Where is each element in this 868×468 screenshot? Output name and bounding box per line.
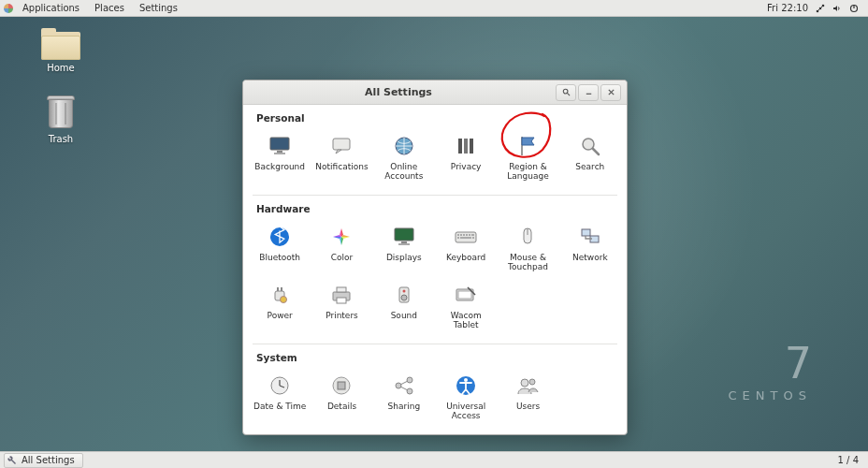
menu-settings[interactable]: Settings: [132, 3, 185, 13]
svg-line-69: [400, 381, 408, 385]
svg-point-72: [464, 378, 468, 382]
printer-icon: [328, 282, 354, 308]
taskbar-entry-settings[interactable]: All Settings: [4, 453, 83, 468]
svg-rect-35: [460, 234, 462, 236]
settings-item-network[interactable]: Network: [559, 218, 621, 276]
settings-item-wacom[interactable]: Wacom Tablet: [435, 276, 497, 334]
svg-rect-36: [463, 234, 465, 236]
share-icon: [391, 373, 417, 399]
settings-item-power[interactable]: Power: [249, 276, 311, 334]
volume-tray-icon[interactable]: [832, 4, 842, 13]
svg-point-5: [563, 89, 568, 94]
svg-rect-12: [274, 153, 285, 154]
distro-logo-icon: [4, 4, 13, 13]
settings-item-displays[interactable]: Displays: [373, 218, 435, 276]
section-system: System: [243, 344, 627, 365]
window-title: All Settings: [243, 86, 554, 98]
svg-rect-15: [458, 139, 462, 154]
svg-rect-45: [527, 230, 528, 234]
svg-rect-13: [333, 139, 350, 150]
workspace-indicator[interactable]: 1 / 4: [832, 455, 864, 465]
svg-point-74: [529, 379, 535, 385]
svg-rect-37: [466, 234, 468, 236]
svg-rect-42: [472, 237, 474, 239]
globe-icon: [391, 133, 417, 159]
network-tray-icon[interactable]: [816, 4, 825, 13]
svg-rect-31: [401, 241, 407, 243]
svg-point-67: [407, 377, 412, 383]
clock-icon: [267, 373, 293, 399]
color-icon: [328, 224, 354, 250]
users-icon: [514, 373, 541, 399]
svg-rect-54: [337, 298, 346, 303]
settings-item-sharing[interactable]: Sharing: [373, 367, 435, 425]
settings-item-online-accounts[interactable]: Online Accounts: [373, 127, 435, 185]
settings-item-notifications[interactable]: Notifications: [311, 127, 372, 185]
settings-item-region-language[interactable]: Region & Language: [497, 127, 558, 185]
settings-item-background[interactable]: Background: [249, 127, 311, 185]
settings-item-universal-access[interactable]: Universal Access: [435, 367, 497, 425]
privacy-icon: [453, 133, 479, 159]
keyboard-icon: [453, 224, 479, 250]
folder-icon: [41, 28, 80, 60]
settings-item-users[interactable]: Users: [497, 367, 558, 425]
settings-window: All Settings Personal Background Notific…: [242, 80, 628, 435]
settings-item-search[interactable]: Search: [559, 127, 621, 185]
search-icon: [577, 133, 603, 159]
speech-bubble-icon: [328, 133, 354, 159]
svg-point-66: [396, 383, 401, 388]
svg-rect-30: [395, 228, 413, 241]
svg-line-6: [567, 93, 570, 95]
svg-rect-53: [337, 287, 346, 292]
svg-point-51: [281, 297, 287, 303]
close-button[interactable]: [600, 84, 621, 101]
settings-item-mouse[interactable]: Mouse & Touchpad: [497, 218, 558, 276]
distro-version: 7: [729, 342, 812, 385]
settings-item-sound[interactable]: Sound: [373, 276, 435, 334]
accessibility-icon: [453, 373, 479, 399]
menu-places[interactable]: Places: [87, 3, 132, 13]
svg-rect-10: [270, 138, 289, 150]
taskbar-entry-label: All Settings: [22, 455, 75, 465]
svg-rect-11: [277, 151, 282, 153]
settings-item-printers[interactable]: Printers: [311, 276, 372, 334]
svg-point-57: [402, 290, 405, 293]
settings-item-keyboard[interactable]: Keyboard: [435, 218, 497, 276]
bluetooth-icon: [267, 224, 293, 250]
svg-rect-38: [469, 234, 470, 236]
desktop-icon-trash[interactable]: Trash: [28, 95, 94, 144]
top-panel: Applications Places Settings Fri 22:10: [0, 0, 868, 17]
svg-rect-65: [338, 382, 345, 389]
monitor-icon: [267, 133, 293, 159]
settings-item-details[interactable]: Details: [311, 367, 372, 425]
mouse-icon: [514, 224, 541, 250]
settings-item-color[interactable]: Color: [311, 218, 372, 276]
svg-point-68: [407, 388, 412, 394]
power-tray-icon[interactable]: [849, 4, 859, 13]
svg-rect-32: [398, 243, 410, 245]
svg-rect-50: [281, 287, 282, 291]
settings-item-privacy[interactable]: Privacy: [435, 127, 497, 185]
settings-item-bluetooth[interactable]: Bluetooth: [249, 218, 311, 276]
settings-item-datetime[interactable]: Date & Time: [249, 367, 311, 425]
clock[interactable]: Fri 22:10: [760, 3, 816, 13]
search-button[interactable]: [556, 84, 576, 101]
svg-rect-34: [457, 234, 459, 236]
chip-icon: [328, 373, 354, 399]
menu-applications[interactable]: Applications: [15, 3, 87, 13]
tablet-icon: [453, 282, 479, 308]
svg-rect-49: [277, 287, 279, 291]
svg-rect-17: [470, 139, 473, 154]
section-hardware: Hardware: [243, 196, 627, 216]
desktop-icon-label: Trash: [49, 134, 73, 144]
display-icon: [391, 224, 417, 250]
svg-rect-39: [471, 234, 474, 236]
svg-point-73: [521, 379, 528, 387]
power-icon: [267, 282, 293, 308]
window-titlebar[interactable]: All Settings: [243, 80, 627, 105]
svg-rect-40: [457, 237, 459, 239]
minimize-button[interactable]: [578, 84, 599, 101]
desktop-icon-home[interactable]: Home: [28, 28, 94, 73]
speaker-icon: [391, 282, 417, 308]
settings-wrench-icon: [7, 455, 18, 466]
